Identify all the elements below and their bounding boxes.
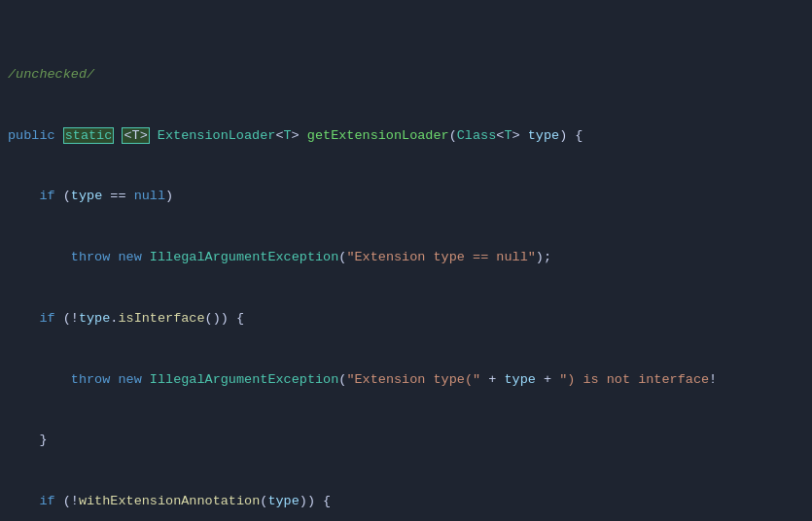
line-unchecked: /unchecked/: [0, 65, 812, 86]
line-close1: }: [0, 431, 812, 451]
line-if-null: if (type == null): [0, 187, 812, 207]
line-throw1: throw new IllegalArgumentException("Exte…: [0, 248, 812, 268]
line-public: public static <T> ExtensionLoader<T> get…: [0, 126, 812, 147]
line-throw2: throw new IllegalArgumentException("Exte…: [0, 370, 812, 391]
code-editor: /unchecked/ public static <T> ExtensionL…: [0, 0, 812, 521]
line-if-annotation: if (!withExtensionAnnotation(type)) {: [0, 492, 812, 512]
line-if-interface: if (!type.isInterface()) {: [0, 309, 812, 330]
